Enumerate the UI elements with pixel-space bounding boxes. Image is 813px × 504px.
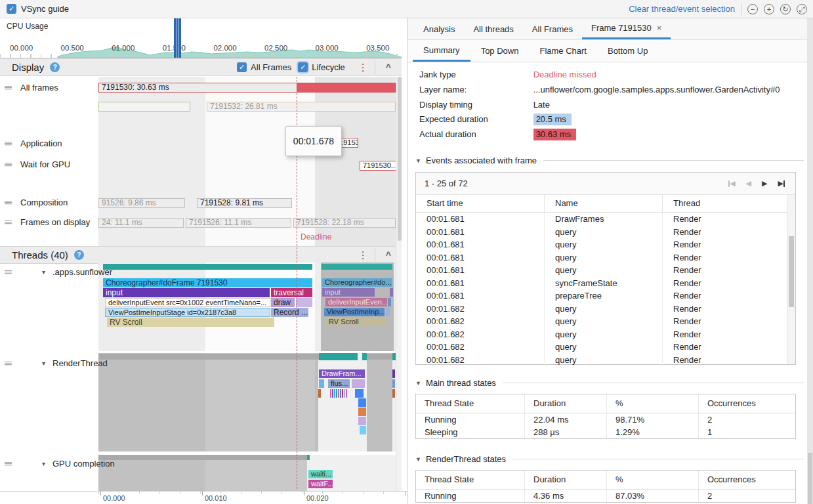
next-page-icon[interactable]: ▶	[762, 179, 767, 188]
stack-square-lavender[interactable]	[358, 417, 366, 425]
drawframes-bar[interactable]: DrawFram...	[319, 369, 365, 378]
deliver-bar-dim-sliver[interactable]	[388, 298, 391, 306]
tab-all-frames[interactable]: All Frames	[523, 18, 582, 39]
thread-drag-handle-icon[interactable]: ≡	[4, 358, 12, 368]
table-row[interactable]: 00:01.681queryRender	[416, 251, 787, 264]
thread-state-teal-1[interactable]	[103, 264, 312, 270]
input-bar-dim[interactable]: input	[322, 288, 375, 297]
threads-options-kebab-icon[interactable]: ⋮	[352, 249, 375, 261]
stack-square-cyan[interactable]	[360, 426, 366, 434]
choreographer-doframe-bar-dim[interactable]: Choreographer#do...	[322, 278, 392, 287]
table-row[interactable]: 00:01.682queryRender	[416, 315, 787, 328]
flush-lavender-bar[interactable]	[352, 379, 365, 388]
zoom-to-selection-icon[interactable]: ⤢	[797, 4, 807, 14]
all-frames-bar-7191530-overrun[interactable]	[297, 83, 396, 93]
renderthread-states-header[interactable]: ▼ RenderThread states	[415, 454, 804, 464]
table-row[interactable]: 00:01.682queryRender	[416, 341, 787, 354]
table-row[interactable]: 00:01.681queryRender	[416, 264, 787, 277]
first-page-icon[interactable]: ◀	[728, 179, 735, 188]
zoom-out-icon[interactable]: −	[747, 4, 758, 14]
lifecycle-checkbox[interactable]: ✓	[298, 62, 308, 72]
track-drag-handle-icon[interactable]: ≡	[4, 198, 12, 207]
left-scrollbar-thumb[interactable]	[398, 77, 402, 241]
clear-selection-link[interactable]: Clear thread/event selection	[629, 4, 735, 14]
thread-state-teal-2[interactable]	[322, 264, 392, 270]
track-drag-handle-icon[interactable]: ≡	[4, 138, 12, 148]
draw-bar-2[interactable]	[296, 298, 312, 307]
thread-expand-arrow-icon[interactable]: ▾	[42, 268, 45, 276]
table-row[interactable]: 00:01.681syncFrameStateRender	[416, 277, 787, 290]
table-row[interactable]: Running22.04 ms98.71%2	[416, 413, 795, 426]
all-frames-bar-7191532[interactable]: 7191532: 26.81 ms	[207, 102, 396, 112]
track-drag-handle-icon[interactable]: ≡	[4, 159, 12, 169]
collapse-triangle-icon[interactable]: ▼	[415, 158, 421, 164]
help-icon[interactable]: ?	[74, 250, 84, 260]
close-tab-icon[interactable]: ×	[657, 23, 662, 33]
viewpostime-bar-dim[interactable]: ViewPostImeInp...	[324, 308, 385, 316]
frames-on-display-bar-1[interactable]: 24: 11.1 ms	[98, 218, 184, 228]
main-thread-states-header[interactable]: ▼ Main thread states	[415, 378, 804, 388]
rv-scroll-bar-dim[interactable]: RV Scroll	[326, 318, 386, 326]
composition-bar-7191528[interactable]: 7191528: 9.81 ms	[197, 198, 292, 208]
display-collapse-chevron-icon[interactable]: ^	[375, 62, 402, 73]
table-row[interactable]: 00:01.681DrawFramesRender	[416, 213, 787, 226]
stack-square-blue-2[interactable]	[358, 398, 366, 407]
frames-on-display-bar-3[interactable]: 7191528: 22.18 ms	[293, 218, 396, 228]
traversal-bar[interactable]: traversal	[271, 288, 312, 297]
vsync-guide-checkbox[interactable]: ✓	[7, 4, 16, 14]
subtab-flame-chart[interactable]: Flame Chart	[529, 40, 597, 62]
thread-expand-arrow-icon[interactable]: ▾	[42, 460, 45, 467]
renderthread-top-strip-2[interactable]	[367, 354, 392, 360]
table-row[interactable]: Running4.36 ms87.03%2	[416, 490, 795, 502]
right-scrollbar-thumb[interactable]	[808, 453, 812, 504]
gpu-teal-sliver[interactable]	[307, 455, 310, 460]
thread-drag-handle-icon[interactable]: ≡	[4, 267, 12, 277]
thread-drag-handle-icon[interactable]: ≡	[4, 459, 12, 469]
stack-square-orange[interactable]	[358, 408, 366, 416]
choreographer-doframe-bar[interactable]: Choreographer#doFrame 7191530	[103, 278, 312, 287]
events-scrollbar-thumb[interactable]	[789, 236, 794, 307]
viewpostime-bar[interactable]: ViewPostImeInputStage id=0x2187c3a8	[105, 308, 270, 317]
orange-tick[interactable]	[318, 389, 321, 398]
renderthread-top-strip-1[interactable]	[98, 354, 319, 360]
table-row[interactable]: 00:01.681queryRender	[416, 226, 787, 239]
subtab-bottom-up[interactable]: Bottom Up	[597, 40, 658, 62]
flush-bar[interactable]: flus...	[328, 379, 350, 388]
left-panel-scrollbar[interactable]	[396, 77, 402, 491]
waiting-bar[interactable]: waiti...	[308, 470, 333, 478]
reset-zoom-icon[interactable]: ↻	[780, 4, 791, 14]
subtab-top-down[interactable]: Top Down	[470, 40, 530, 62]
zoom-in-icon[interactable]: +	[764, 4, 774, 14]
all-frames-bar-7191530[interactable]: 7191530: 30.63 ms	[98, 83, 396, 93]
all-frames-checkbox[interactable]: ✓	[237, 62, 247, 72]
table-row[interactable]: Sleeping288 µs1.29%1	[416, 426, 795, 438]
flush-tick-1[interactable]	[319, 379, 322, 388]
table-row[interactable]: 00:01.682queryRender	[416, 328, 787, 341]
composition-bar-7191526[interactable]: 91526: 9.86 ms	[98, 198, 185, 208]
renderthread-teal-1[interactable]	[319, 353, 358, 360]
input-bar[interactable]: input	[103, 288, 270, 297]
gpu-top-strip[interactable]	[98, 455, 307, 460]
selection-range-marker[interactable]	[174, 18, 181, 58]
collapse-triangle-icon[interactable]: ▼	[415, 380, 421, 387]
previous-page-icon[interactable]: ◀	[746, 179, 751, 188]
rv-scroll-bar[interactable]: RV Scroll	[107, 318, 274, 327]
input-bar-dim-sliver[interactable]	[390, 288, 393, 297]
wait-gpu-bar-7191530[interactable]: 7191530...	[360, 161, 396, 171]
table-row[interactable]: 00:01.682queryRender	[416, 303, 787, 316]
right-panel-scrollbar[interactable]	[807, 18, 813, 504]
table-row[interactable]: 00:01.682queryRender	[416, 354, 787, 367]
events-section-header[interactable]: ▼ Events associated with frame	[415, 156, 804, 165]
events-table-scrollbar[interactable]	[787, 195, 795, 364]
waitforever-bar[interactable]: waitF...	[308, 480, 333, 488]
tab-frame-7191530[interactable]: Frame 7191530 ×	[582, 18, 671, 39]
flush-tick-2[interactable]	[322, 379, 324, 388]
table-row[interactable]: 00:01.681prepareTreeRender	[416, 289, 787, 303]
last-page-icon[interactable]: ▶	[778, 179, 785, 188]
renderthread-teal-2[interactable]	[362, 353, 367, 360]
tab-all-threads[interactable]: All threads	[464, 18, 522, 39]
thread-expand-arrow-icon[interactable]: ▾	[42, 360, 45, 367]
flush-sliver[interactable]	[392, 379, 395, 388]
viewpostime-bar-dim-sliver[interactable]	[386, 308, 390, 316]
subtab-summary[interactable]: Summary	[413, 40, 470, 62]
